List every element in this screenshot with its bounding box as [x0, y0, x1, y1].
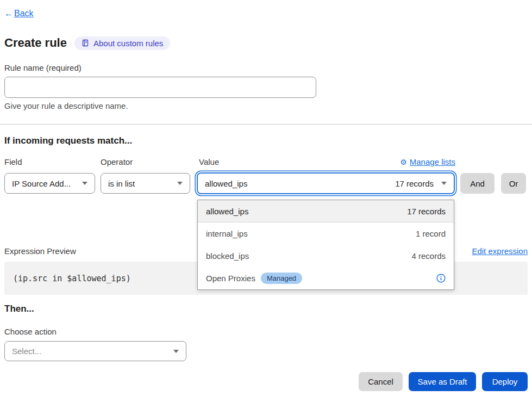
back-link[interactable]: ← Back	[4, 9, 34, 18]
option-count: 4 records	[411, 251, 446, 261]
expression-code: (ip.src in $allowed_ips)	[13, 274, 131, 283]
value-dropdown-menu: allowed_ips 17 records internal_ips 1 re…	[197, 200, 454, 290]
operator-select-value: is in list	[108, 179, 135, 188]
chevron-down-icon	[82, 182, 87, 185]
option-name: internal_ips	[206, 229, 248, 238]
manage-lists-link[interactable]: ⚙ Manage lists	[400, 157, 455, 166]
operator-select[interactable]: is in list	[101, 173, 190, 194]
field-select-value: IP Source Add...	[12, 179, 71, 188]
field-select[interactable]: IP Source Add...	[4, 173, 95, 194]
value-label: Value	[199, 157, 219, 166]
dropdown-option-blocked-ips[interactable]: blocked_ips 4 records	[198, 245, 454, 267]
chevron-down-icon	[177, 182, 183, 185]
chevron-down-icon	[173, 350, 179, 353]
option-count: 17 records	[407, 207, 446, 216]
cancel-button[interactable]: Cancel	[359, 372, 403, 391]
page-title: Create rule	[4, 36, 67, 50]
operator-label: Operator	[101, 157, 133, 166]
rule-name-label: Rule name (required)	[4, 63, 82, 72]
value-select[interactable]: allowed_ips 17 records	[197, 173, 454, 194]
managed-badge: Managed	[261, 273, 302, 284]
dropdown-option-allowed-ips[interactable]: allowed_ips 17 records	[198, 200, 454, 222]
action-select[interactable]: Select...	[4, 341, 186, 361]
choose-action-label: Choose action	[4, 327, 57, 336]
option-name: blocked_ips	[206, 251, 249, 261]
option-count: 1 record	[416, 229, 446, 238]
info-icon[interactable]	[436, 274, 446, 283]
edit-expression-link[interactable]: Edit expression	[472, 246, 528, 256]
dropdown-option-open-proxies[interactable]: Open Proxies Managed	[198, 267, 454, 289]
save-as-draft-button[interactable]: Save as Draft	[409, 372, 476, 391]
about-custom-rules-link[interactable]: About custom rules	[74, 36, 170, 50]
back-arrow-icon: ←	[4, 9, 13, 18]
value-select-name: allowed_ips	[205, 179, 247, 188]
option-name: Open Proxies	[206, 274, 255, 283]
manage-lists-label: Manage lists	[410, 157, 455, 166]
rule-name-helper-text: Give your rule a descriptive name.	[4, 101, 128, 110]
match-section-heading: If incoming requests match...	[4, 135, 132, 146]
book-icon	[82, 39, 89, 47]
or-button[interactable]: Or	[501, 173, 526, 194]
deploy-button[interactable]: Deploy	[482, 372, 528, 391]
action-select-placeholder: Select...	[12, 347, 41, 356]
chevron-down-icon	[441, 182, 447, 185]
title-row: Create rule About custom rules	[4, 36, 170, 50]
field-label: Field	[4, 157, 22, 166]
value-select-count: 17 records	[395, 179, 434, 188]
then-section-heading: Then...	[4, 304, 34, 314]
and-button[interactable]: And	[460, 173, 495, 194]
expression-preview-label: Expression Preview	[4, 246, 76, 256]
about-custom-rules-label: About custom rules	[93, 39, 163, 48]
back-label: Back	[14, 9, 34, 18]
rule-name-input[interactable]	[4, 77, 316, 98]
section-divider	[0, 124, 532, 125]
option-name: allowed_ips	[206, 207, 248, 216]
gear-icon: ⚙	[400, 158, 407, 166]
dropdown-option-internal-ips[interactable]: internal_ips 1 record	[198, 222, 454, 245]
